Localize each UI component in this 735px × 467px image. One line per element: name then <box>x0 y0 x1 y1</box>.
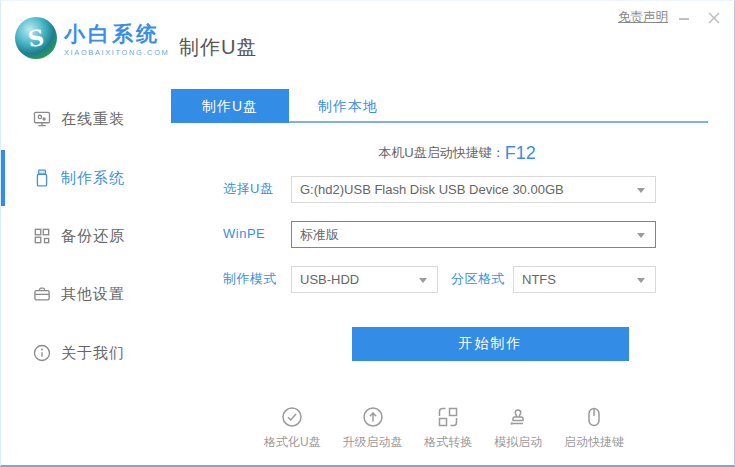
start-make-button[interactable]: 开始制作 <box>352 327 629 361</box>
stamp-icon <box>506 405 530 429</box>
tool-label: 格式化U盘 <box>264 434 321 451</box>
check-circle-icon <box>280 405 304 429</box>
simulate-boot-tool[interactable]: 模拟启动 <box>494 405 542 451</box>
winpe-label: WinPE <box>223 221 265 247</box>
usb-select-dropdown[interactable]: G:(hd2)USB Flash Disk USB Device 30.00GB <box>291 176 656 203</box>
sidebar-item-label: 制作系统 <box>61 169 125 188</box>
sidebar-item-backup-restore[interactable]: 备份还原 <box>1 208 171 264</box>
tab-make-local[interactable]: 制作本地 <box>289 89 407 123</box>
usb-select-label: 选择U盘 <box>223 176 273 202</box>
close-icon <box>706 10 722 26</box>
sidebar-item-online-reinstall[interactable]: 在线重装 <box>1 91 171 147</box>
sidebar-item-label: 其他设置 <box>61 285 125 304</box>
brand-name: 小白系统 <box>64 23 169 45</box>
boot-hotkey-tool[interactable]: 启动快捷键 <box>564 405 624 451</box>
monitor-icon <box>32 109 52 129</box>
mouse-icon <box>582 405 606 429</box>
info-icon <box>32 343 52 363</box>
format-usb-tool[interactable]: 格式化U盘 <box>264 405 321 451</box>
sidebar-item-label: 在线重装 <box>61 110 125 129</box>
bottom-toolbar: 格式化U盘 升级启动盘 格式转换 <box>264 405 624 451</box>
arrow-up-circle-icon <box>361 405 385 429</box>
partition-format-dropdown[interactable]: NTFS <box>513 266 656 293</box>
make-mode-dropdown[interactable]: USB-HDD <box>291 266 438 293</box>
upgrade-boot-disk-tool[interactable]: 升级启动盘 <box>343 405 403 451</box>
format-convert-tool[interactable]: 格式转换 <box>424 405 472 451</box>
sidebar-item-about-us[interactable]: 关于我们 <box>1 325 171 381</box>
briefcase-icon <box>32 284 52 304</box>
minimize-button[interactable] <box>673 7 695 29</box>
make-mode-value: USB-HDD <box>300 272 359 287</box>
tool-label: 模拟启动 <box>494 434 542 451</box>
app-logo <box>15 17 57 59</box>
winpe-dropdown[interactable]: 标准版 <box>291 221 656 248</box>
boot-hotkey-label: 本机U盘启动快捷键： <box>378 145 504 160</box>
tab-make-usb[interactable]: 制作U盘 <box>171 89 289 123</box>
app-window: 小白系统 XIAOBAIXITONG.COM 制作U盘 免责声明 在线重装 <box>0 0 735 467</box>
page-title: 制作U盘 <box>179 34 257 61</box>
grid-icon <box>32 226 52 246</box>
tool-label: 启动快捷键 <box>564 434 624 451</box>
close-button[interactable] <box>703 7 725 29</box>
tool-label: 格式转换 <box>424 434 472 451</box>
chevron-down-icon <box>637 188 645 193</box>
sidebar-item-other-settings[interactable]: 其他设置 <box>1 266 171 322</box>
minimize-icon <box>677 11 691 25</box>
chevron-down-icon <box>419 278 427 283</box>
make-mode-label: 制作模式 <box>223 266 277 292</box>
boot-hotkey-value: F12 <box>505 143 536 163</box>
usb-select-value: G:(hd2)USB Flash Disk USB Device 30.00GB <box>300 182 564 197</box>
brand-domain: XIAOBAIXITONG.COM <box>64 48 169 57</box>
chevron-down-icon <box>637 233 645 238</box>
boot-hotkey-line: 本机U盘启动快捷键：F12 <box>201 143 713 164</box>
sidebar-item-make-system[interactable]: 制作系统 <box>1 150 171 206</box>
brand-block: 小白系统 XIAOBAIXITONG.COM <box>64 23 169 57</box>
tool-label: 升级启动盘 <box>343 434 403 451</box>
winpe-value: 标准版 <box>300 227 339 242</box>
sidebar-item-label: 备份还原 <box>61 227 125 246</box>
chevron-down-icon <box>637 278 645 283</box>
sidebar-item-label: 关于我们 <box>61 344 125 363</box>
partition-format-value: NTFS <box>522 272 556 287</box>
partition-format-label: 分区格式 <box>451 266 505 292</box>
convert-icon <box>436 405 460 429</box>
usb-drive-icon <box>32 168 52 188</box>
tab-strip: 制作U盘 制作本地 <box>171 89 708 123</box>
disclaimer-link[interactable]: 免责声明 <box>618 9 668 26</box>
